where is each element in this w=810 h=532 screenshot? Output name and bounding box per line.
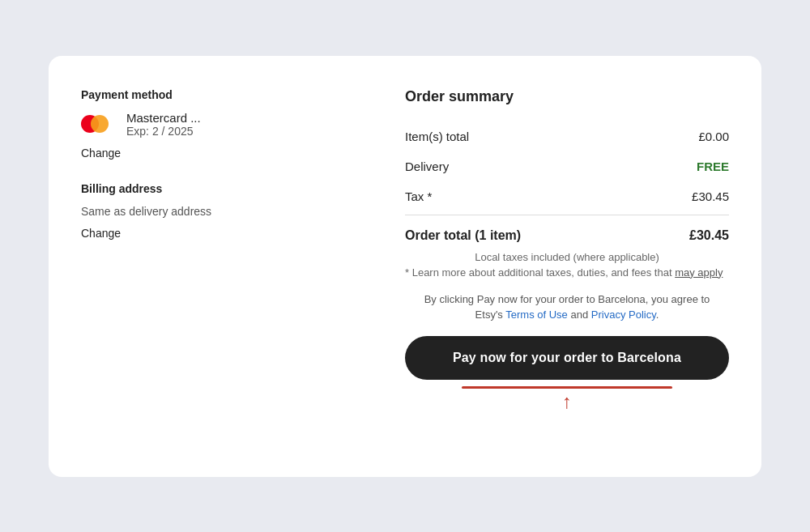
change-billing-link[interactable]: Change (81, 227, 121, 240)
billing-address-value: Same as delivery address (81, 205, 356, 218)
right-panel: Order summary Item(s) total £0.00 Delive… (405, 88, 729, 411)
delivery-value: FREE (697, 160, 729, 173)
pay-now-button[interactable]: Pay now for your order to Barcelona (405, 336, 729, 380)
delivery-line: Delivery FREE (405, 151, 729, 181)
payment-method-row: Mastercard ... Exp: 2 / 2025 (81, 111, 356, 138)
items-total-label: Item(s) total (405, 130, 469, 143)
may-apply-link[interactable]: may apply (675, 266, 723, 279)
card-exp: Exp: 2 / 2025 (126, 125, 201, 138)
billing-section: Billing address Same as delivery address… (81, 182, 356, 262)
delivery-label: Delivery (405, 160, 449, 173)
order-total-value: £30.45 (689, 228, 729, 243)
items-total-line: Item(s) total £0.00 (405, 121, 729, 151)
tax-disclaimer: * Learn more about additional taxes, dut… (405, 266, 729, 279)
tax-label: Tax * (405, 189, 432, 203)
tax-value: £30.45 (692, 189, 729, 203)
order-summary-title: Order summary (405, 88, 729, 105)
annotation: ↑ (405, 386, 729, 411)
items-total-value: £0.00 (698, 130, 729, 143)
order-total-label: Order total (1 item) (405, 228, 521, 243)
annotation-container: Pay now for your order to Barcelona ↑ (405, 336, 729, 411)
payment-details: Mastercard ... Exp: 2 / 2025 (126, 111, 201, 138)
privacy-policy-link[interactable]: Privacy Policy (591, 309, 656, 321)
tax-line: Tax * £30.45 (405, 181, 729, 211)
change-payment-link[interactable]: Change (81, 147, 121, 160)
divider (405, 215, 729, 215)
tax-included-note: Local taxes included (where applicable) (405, 251, 729, 263)
arrow-up-icon: ↑ (562, 392, 572, 411)
payment-method-label: Payment method (81, 88, 356, 101)
terms-of-use-link[interactable]: Terms of Use (505, 309, 568, 321)
left-panel: Payment method Mastercard ... Exp: 2 / 2… (81, 88, 356, 262)
billing-address-label: Billing address (81, 182, 356, 195)
order-total-line: Order total (1 item) £30.45 (405, 219, 729, 246)
consent-text: By clicking Pay now for your order to Ba… (405, 292, 729, 323)
main-container: Payment method Mastercard ... Exp: 2 / 2… (49, 56, 761, 477)
mastercard-icon (81, 112, 117, 136)
red-underline (462, 386, 672, 389)
mastercard-circle-right (91, 115, 109, 133)
card-name: Mastercard ... (126, 111, 201, 125)
